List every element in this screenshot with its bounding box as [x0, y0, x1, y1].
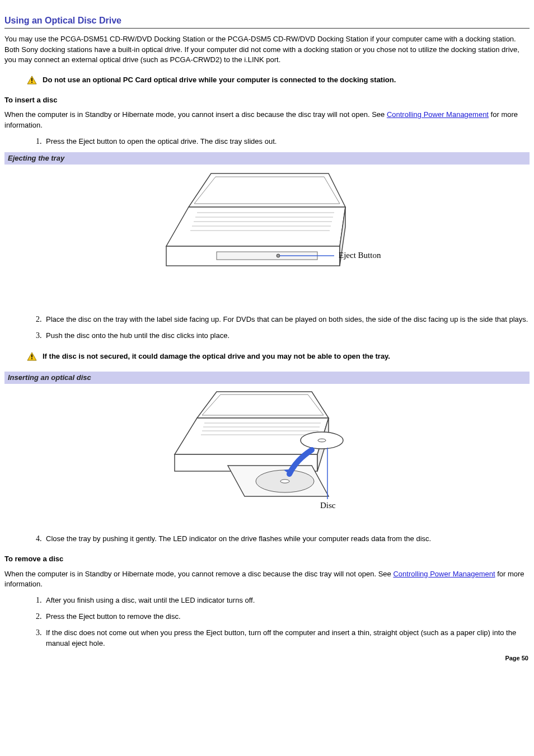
figure2-label: Disc — [320, 501, 336, 510]
remove-step-3: If the disc does not come out when you p… — [44, 627, 530, 648]
svg-point-14 — [277, 254, 280, 257]
insert-step-2: Place the disc on the tray with the labe… — [44, 314, 530, 325]
warning-disc-secure: If the disc is not secured, it could dam… — [27, 351, 530, 361]
title-divider — [4, 28, 530, 29]
svg-point-32 — [318, 439, 326, 442]
figure1-caption: Ejecting the tray — [4, 152, 530, 165]
insert-step-1: Press the Eject button to open the optic… — [44, 136, 530, 147]
remove-step-2: Press the Eject button to remove the dis… — [44, 611, 530, 622]
svg-rect-2 — [31, 82, 32, 83]
figure2-caption: Inserting an optical disc — [4, 372, 530, 384]
figure1-illustration: Eject Button — [133, 168, 401, 297]
svg-rect-18 — [31, 358, 32, 359]
warning-primary-text: Do not use an optional PC Card optical d… — [43, 75, 396, 85]
remove-heading: To remove a disc — [4, 554, 530, 564]
figure1-label: Eject Button — [339, 251, 381, 260]
svg-marker-4 — [194, 177, 340, 204]
warning-icon — [27, 76, 37, 84]
page-number: Page 50 — [505, 654, 528, 659]
warning-disc-secure-text: If the disc is not secured, it could dam… — [43, 351, 390, 361]
warning-primary: Do not use an optional PC Card optical d… — [27, 75, 530, 85]
intro-paragraph: You may use the PCGA-DSM51 CD-RW/DVD Doc… — [4, 34, 530, 65]
link-power-mgmt-2[interactable]: Controlling Power Management — [393, 570, 495, 578]
svg-rect-1 — [31, 78, 32, 81]
warning-icon — [27, 352, 37, 361]
insert-step-4: Close the tray by pushing it gently. The… — [44, 533, 530, 544]
page-title: Using an Optical Disc Drive — [4, 15, 530, 27]
figure2: Disc — [4, 384, 530, 528]
svg-rect-17 — [31, 354, 32, 357]
svg-marker-5 — [166, 207, 345, 246]
svg-point-30 — [280, 480, 289, 483]
link-power-mgmt-1[interactable]: Controlling Power Management — [387, 110, 489, 119]
figure1: Eject Button — [4, 165, 530, 308]
insert-para-pre: When the computer is in Standby or Hiber… — [4, 110, 387, 119]
figure2-illustration: Disc — [144, 387, 390, 516]
remove-step-1: After you finish using a disc, wait unti… — [44, 595, 530, 605]
svg-marker-3 — [189, 173, 345, 207]
remove-paragraph: When the computer is in Standby or Hiber… — [4, 569, 530, 589]
remove-para-pre: When the computer is in Standby or Hiber… — [4, 570, 393, 578]
insert-step-3: Push the disc onto the hub until the dis… — [44, 330, 530, 341]
insert-paragraph: When the computer is in Standby or Hiber… — [4, 110, 530, 130]
svg-marker-20 — [202, 395, 324, 415]
insert-heading: To insert a disc — [4, 95, 530, 105]
